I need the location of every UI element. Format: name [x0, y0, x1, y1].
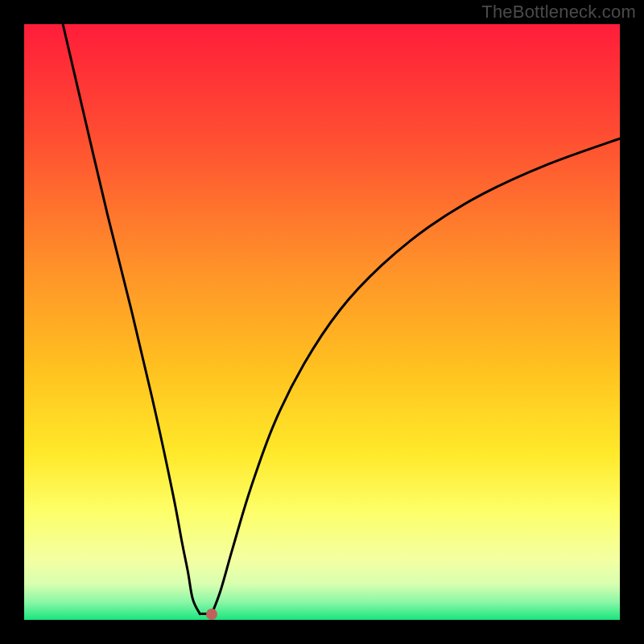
- watermark-text: TheBottleneck.com: [481, 2, 636, 23]
- minimum-marker: [206, 609, 217, 620]
- plot-area: [24, 24, 620, 620]
- bottleneck-curve: [24, 24, 620, 620]
- curve-left-branch: [63, 24, 200, 614]
- curve-right-branch: [212, 138, 620, 614]
- chart-frame: TheBottleneck.com: [0, 0, 644, 644]
